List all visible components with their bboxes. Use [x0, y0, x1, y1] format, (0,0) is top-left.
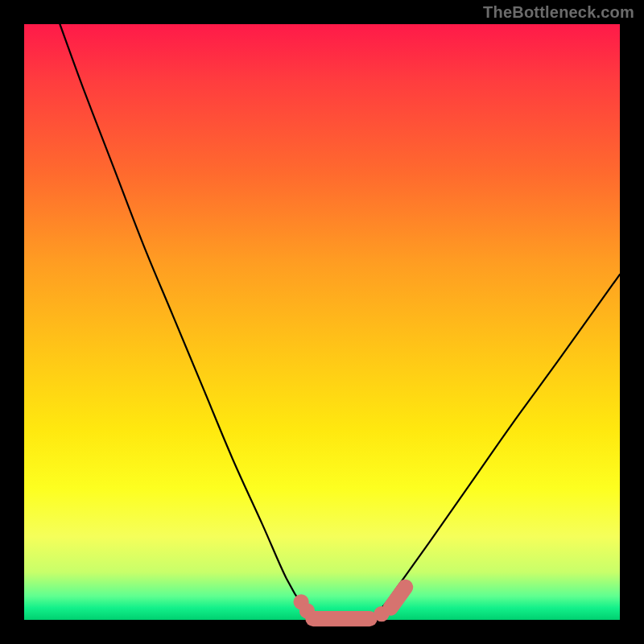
chart-frame: TheBottleneck.com: [0, 0, 644, 644]
marker-pill: [390, 587, 406, 608]
plot-area: [24, 24, 620, 620]
bottleneck-curve: [60, 24, 620, 621]
trough-markers: [293, 587, 405, 621]
watermark-text: TheBottleneck.com: [483, 3, 634, 22]
curve-layer: [24, 24, 620, 620]
